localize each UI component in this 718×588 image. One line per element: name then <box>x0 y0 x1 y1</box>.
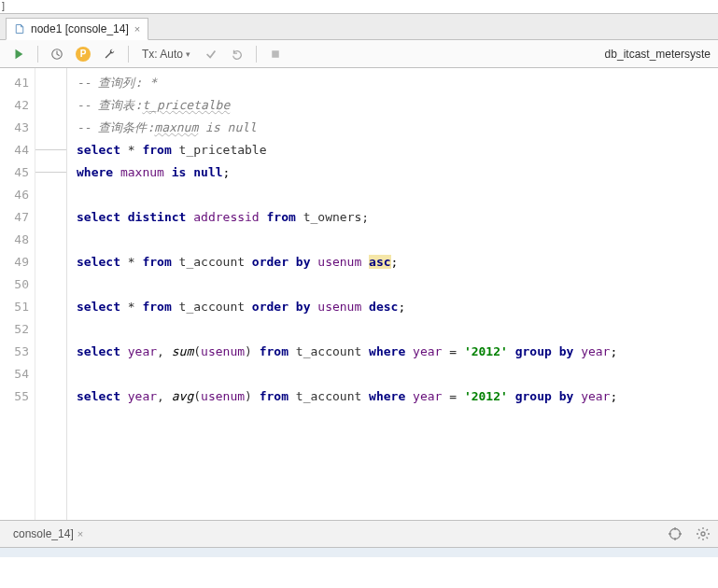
rollback-button[interactable] <box>226 43 248 65</box>
line-number: 45 <box>0 161 29 184</box>
code-text: t_account <box>289 389 369 403</box>
output-tab-label: console_14] <box>13 527 74 540</box>
separator <box>128 46 129 63</box>
code-text: select <box>77 389 120 403</box>
code-text: asc <box>369 255 390 269</box>
code-text: is null <box>172 165 223 179</box>
code-text <box>405 344 413 358</box>
sql-file-icon <box>14 23 25 35</box>
code-text: year <box>581 389 610 403</box>
code-text: select <box>77 210 120 224</box>
gear-icon[interactable] <box>694 525 712 543</box>
run-button[interactable] <box>7 43 30 65</box>
bottom-strip <box>0 547 718 557</box>
code-text: from <box>267 210 296 224</box>
history-button[interactable] <box>46 43 68 65</box>
code-text <box>361 255 369 269</box>
code-text: maxnum <box>120 165 164 179</box>
code-editor[interactable]: 41 42 43 44 45 46 47 48 49 50 51 52 53 5… <box>0 68 718 520</box>
code-text: year <box>128 344 157 358</box>
line-number: 47 <box>0 206 29 229</box>
code-text: t_pricetalbe <box>142 98 230 112</box>
corner-fragment: ] <box>0 0 718 14</box>
code-text: from <box>142 300 171 314</box>
code-text: addressid <box>193 210 259 224</box>
line-number: 52 <box>0 318 29 341</box>
output-tab[interactable]: console_14] × <box>6 524 91 544</box>
code-text: t_account <box>289 344 369 358</box>
tx-label: Tx: Auto <box>142 48 183 61</box>
code-text: '2012' <box>464 389 508 403</box>
chevron-down-icon: ▾ <box>186 49 190 59</box>
commit-button[interactable] <box>200 43 222 65</box>
code-text: * <box>120 143 142 157</box>
code-text: select <box>77 143 120 157</box>
code-text: t_account <box>172 300 252 314</box>
line-number: 42 <box>0 94 29 117</box>
line-number: 49 <box>0 251 29 273</box>
code-text <box>164 165 172 179</box>
code-text: where <box>77 165 113 179</box>
code-text: t_account <box>172 255 252 269</box>
code-text: select <box>77 344 120 358</box>
code-text: year <box>413 389 442 403</box>
editor-tab-title: node1 [console_14] <box>31 22 129 35</box>
close-tab-icon[interactable]: × <box>134 23 140 35</box>
line-number: 51 <box>0 296 29 318</box>
code-text: from <box>260 344 289 358</box>
line-number: 55 <box>0 385 29 408</box>
code-text <box>120 389 128 403</box>
editor-tab[interactable]: node1 [console_14] × <box>6 18 148 40</box>
tx-mode-selector[interactable]: Tx: Auto ▾ <box>136 48 196 61</box>
svg-rect-1 <box>272 50 279 58</box>
code-text <box>508 389 515 403</box>
code-text: usenum <box>317 300 361 314</box>
fold-strip <box>35 68 67 520</box>
line-number: 44 <box>0 139 29 161</box>
code-text: usenum <box>201 389 245 403</box>
line-number: 53 <box>0 341 29 363</box>
code-text: where <box>369 344 405 358</box>
code-text: maxnum <box>154 120 198 134</box>
wrench-button[interactable] <box>98 43 120 65</box>
code-text: ; <box>610 389 617 403</box>
code-text: order by <box>252 255 311 269</box>
code-text <box>361 300 369 314</box>
svg-point-3 <box>701 532 705 536</box>
code-text: t_pricetable <box>172 143 267 157</box>
code-text <box>260 210 267 224</box>
code-text: is null <box>198 120 257 134</box>
code-text: where <box>369 389 405 403</box>
line-number: 54 <box>0 363 29 385</box>
code-text: ( <box>193 389 201 403</box>
target-icon[interactable] <box>666 525 684 543</box>
code-text: year <box>581 344 610 358</box>
line-number: 46 <box>0 184 29 206</box>
code-text <box>508 344 515 358</box>
code-text: ; <box>398 300 405 314</box>
svg-point-2 <box>670 529 681 539</box>
separator <box>256 46 257 63</box>
code-text: ) <box>245 389 260 403</box>
line-number: 48 <box>0 229 29 251</box>
code-text: = <box>442 344 463 358</box>
inline-param-button[interactable]: P <box>72 43 94 65</box>
code-text: * <box>120 255 142 269</box>
code-text: order by <box>252 300 311 314</box>
code-text <box>120 210 128 224</box>
code-text: -- 查询表: <box>77 98 142 112</box>
code-text: * <box>120 300 142 314</box>
line-number: 50 <box>0 273 29 296</box>
code-text: ( <box>193 344 201 358</box>
toolbar: P Tx: Auto ▾ db_itcast_metersyste <box>0 40 718 68</box>
stop-button[interactable] <box>264 43 287 65</box>
code-text: ; <box>610 344 617 358</box>
code-text <box>573 344 581 358</box>
code-text: group by <box>515 389 574 403</box>
code-text: usenum <box>317 255 361 269</box>
code-text: '2012' <box>464 344 508 358</box>
code-text <box>573 389 581 403</box>
datasource-label[interactable]: db_itcast_metersyste <box>605 48 711 61</box>
code-area[interactable]: -- 查询列: * -- 查询表:t_pricetalbe -- 查询条件:ma… <box>67 68 718 520</box>
close-output-tab-icon[interactable]: × <box>77 528 83 539</box>
